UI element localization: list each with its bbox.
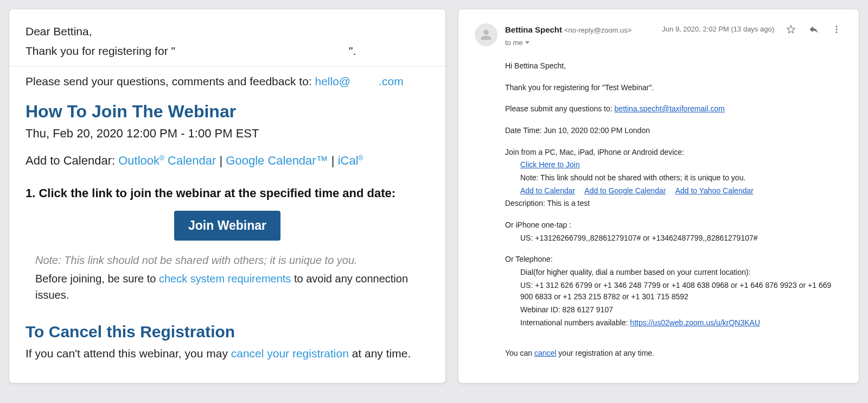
body-thank-you: Thank you for registering for "Test Webi…	[505, 82, 843, 94]
gmail-header: Bettina Specht <no-reply@zoom.us> to me …	[475, 23, 843, 48]
cal-sep-2: |	[328, 154, 338, 167]
cancel-registration-link[interactable]: cancel your registration	[231, 347, 349, 360]
cal-sep-1: |	[216, 154, 226, 167]
star-icon	[786, 24, 796, 35]
svg-point-0	[836, 26, 838, 27]
add-to-yahoo-calendar-link[interactable]: Add to Yahoo Calendar	[675, 186, 754, 195]
outlook-calendar-link[interactable]: Outlook® Calendar	[118, 154, 216, 167]
join-from-label: Join from a PC, Mac, iPad, iPhone or And…	[505, 147, 843, 159]
more-vert-icon	[832, 24, 841, 34]
add-to-calendar-line: Add to Calendar: Outlook® Calendar | Goo…	[25, 152, 429, 169]
reply-button[interactable]	[808, 23, 820, 35]
feedback-email-link[interactable]: hello@.com	[315, 75, 403, 87]
body-questions-line: Please submit any questions to: bettina.…	[505, 103, 843, 115]
message-date: Jun 9, 2020, 2:02 PM (13 days ago)	[662, 24, 774, 35]
add-to-calendar-link[interactable]: Add to Calendar	[520, 186, 575, 195]
chevron-down-icon	[525, 41, 529, 44]
to-label: to me	[505, 37, 523, 48]
section-how-to-join-title: How To Join The Webinar	[25, 102, 429, 122]
sender-name: Bettina Specht	[505, 25, 562, 34]
cancel-link[interactable]: cancel	[534, 349, 556, 357]
to-line[interactable]: to me	[505, 37, 662, 48]
questions-email-link[interactable]: bettina.specht@taxiforemail.com	[615, 104, 725, 113]
telephone-label: Or Telephone:	[505, 254, 843, 266]
webinar-datetime: Thu, Feb 20, 2020 12:00 PM - 1:00 PM EST	[25, 125, 429, 142]
click-here-to-join-link[interactable]: Click Here to Join	[520, 160, 580, 169]
telephone-numbers: US: +1 312 626 6799 or +1 346 248 7799 o…	[520, 280, 843, 303]
cancel-prefix: You can	[505, 349, 534, 357]
thank-you-line: Thank you for registering for "".	[25, 43, 429, 59]
before-prefix: Before joining, be sure to	[35, 273, 159, 285]
before-joining-line: Before joining, be sure to check system …	[35, 270, 429, 303]
body-description: Description: This is a test	[505, 198, 843, 210]
unique-link-note: Note: This link should not be shared wit…	[35, 253, 429, 268]
webinar-id: Webinar ID: 828 6127 9107	[520, 304, 843, 316]
thank-you-prefix: Thank you for registering for "	[25, 45, 175, 57]
svg-point-2	[836, 32, 838, 33]
google-calendar-link[interactable]: Google Calendar™	[226, 154, 328, 167]
join-webinar-button[interactable]: Join Webinar	[174, 211, 280, 241]
greeting: Dear Bettina,	[25, 23, 429, 40]
body-datetime: Date Time: Jun 10, 2020 02:00 PM London	[505, 125, 843, 137]
system-requirements-link[interactable]: check system requirements	[159, 273, 291, 285]
calendar-links-row: Add to Calendar Add to Google Calendar A…	[520, 185, 843, 197]
questions-label: Please submit any questions to:	[505, 104, 615, 113]
person-icon	[480, 29, 492, 41]
star-button[interactable]	[785, 23, 797, 35]
step-1-label: 1. Click the link to join the webinar at…	[25, 185, 429, 202]
add-to-google-calendar-link[interactable]: Add to Google Calendar	[584, 186, 666, 195]
add-to-calendar-label: Add to Calendar:	[25, 154, 118, 167]
international-numbers-line: International numbers available: https:/…	[520, 317, 843, 329]
avatar[interactable]	[475, 23, 497, 46]
section-cancel-title: To Cancel this Registration	[25, 323, 429, 341]
thank-you-suffix: ".	[349, 45, 356, 57]
iphone-onetap-label: Or iPhone one-tap :	[505, 219, 843, 231]
body-greeting: Hi Bettina Specht,	[505, 60, 843, 72]
ical-link[interactable]: iCal®	[338, 154, 363, 167]
reply-icon	[808, 24, 819, 35]
international-numbers-link[interactable]: https://us02web.zoom.us/u/krQN3KAU	[630, 318, 760, 327]
body-unique-note: Note: This link should not be shared wit…	[520, 172, 843, 184]
cancel-suffix: at any time.	[349, 347, 411, 360]
feedback-line: Please send your questions, comments and…	[25, 73, 429, 90]
telephone-dial-note: Dial(for higher quality, dial a number b…	[520, 267, 843, 279]
svg-point-1	[836, 29, 838, 30]
gmail-message: Bettina Specht <no-reply@zoom.us> to me …	[458, 9, 859, 383]
more-button[interactable]	[831, 23, 843, 35]
cancel-registration-line: If you can't attend this webinar, you ma…	[25, 345, 429, 362]
feedback-label: Please send your questions, comments and…	[25, 75, 315, 87]
cancel-prefix: If you can't attend this webinar, you ma…	[25, 347, 231, 360]
gmail-body: Hi Bettina Specht, Thank you for registe…	[505, 60, 843, 359]
iphone-onetap-numbers: US: +13126266799,,82861279107# or +13462…	[520, 232, 843, 244]
sender-address: <no-reply@zoom.us>	[564, 26, 631, 34]
cancel-line: You can cancel your registration at any …	[505, 348, 843, 360]
cancel-suffix: your registration at any time.	[556, 349, 654, 357]
divider	[9, 66, 445, 67]
intl-label: International numbers available:	[520, 318, 630, 327]
webinar-confirmation-email: Dear Bettina, Thank you for registering …	[9, 9, 446, 383]
